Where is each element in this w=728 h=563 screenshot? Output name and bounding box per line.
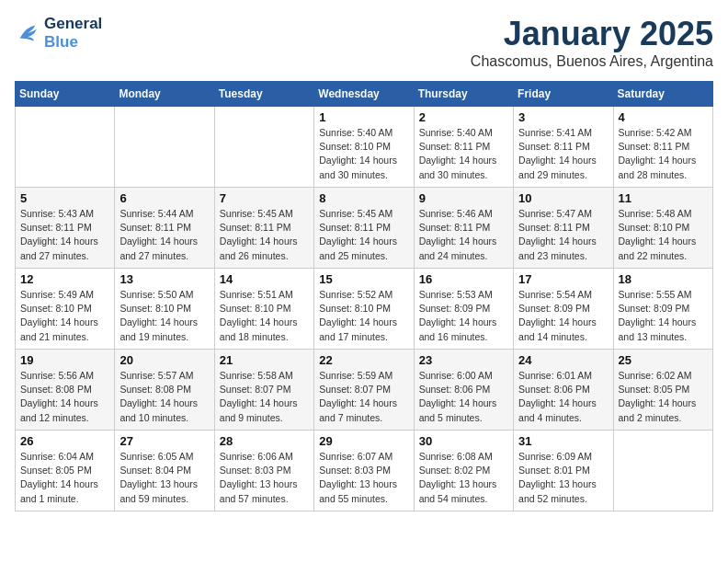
day-info: Sunrise: 5:48 AM Sunset: 8:10 PM Dayligh… [619,207,708,263]
day-info: Sunrise: 6:09 AM Sunset: 8:01 PM Dayligh… [518,450,608,506]
calendar-cell: 24Sunrise: 6:01 AM Sunset: 8:06 PM Dayli… [514,350,613,431]
day-number: 15 [319,272,408,286]
calendar-cell: 7Sunrise: 5:45 AM Sunset: 8:11 PM Daylig… [214,188,313,269]
calendar-cell: 5Sunrise: 5:43 AM Sunset: 8:11 PM Daylig… [16,188,115,269]
calendar-cell: 26Sunrise: 6:04 AM Sunset: 8:05 PM Dayli… [16,431,115,511]
day-number: 23 [419,353,508,367]
day-number: 28 [220,434,309,448]
day-info: Sunrise: 6:07 AM Sunset: 8:03 PM Dayligh… [319,450,408,506]
day-number: 24 [518,353,608,367]
calendar-cell: 6Sunrise: 5:44 AM Sunset: 8:11 PM Daylig… [115,188,214,269]
calendar-week-row: 1Sunrise: 5:40 AM Sunset: 8:10 PM Daylig… [16,107,713,188]
day-info: Sunrise: 6:01 AM Sunset: 8:06 PM Dayligh… [518,369,608,425]
day-number: 22 [319,353,408,367]
day-number: 12 [20,272,109,286]
day-info: Sunrise: 6:02 AM Sunset: 8:05 PM Dayligh… [619,369,708,425]
day-info: Sunrise: 5:40 AM Sunset: 8:10 PM Dayligh… [319,126,408,182]
day-info: Sunrise: 5:47 AM Sunset: 8:11 PM Dayligh… [518,207,608,263]
day-number: 13 [119,272,209,286]
day-info: Sunrise: 5:42 AM Sunset: 8:11 PM Dayligh… [619,126,708,182]
day-info: Sunrise: 5:44 AM Sunset: 8:11 PM Dayligh… [119,207,209,263]
day-number: 21 [220,353,309,367]
header-row: SundayMondayTuesdayWednesdayThursdayFrid… [16,82,713,107]
calendar-cell: 18Sunrise: 5:55 AM Sunset: 8:09 PM Dayli… [613,269,712,350]
day-number: 20 [119,353,209,367]
logo: General Blue [15,15,102,52]
day-info: Sunrise: 5:46 AM Sunset: 8:11 PM Dayligh… [419,207,508,263]
day-number: 17 [518,272,608,286]
day-number: 16 [419,272,508,286]
calendar-cell: 27Sunrise: 6:05 AM Sunset: 8:04 PM Dayli… [115,431,214,511]
day-info: Sunrise: 6:08 AM Sunset: 8:02 PM Dayligh… [419,450,508,506]
day-number: 3 [518,110,608,124]
day-info: Sunrise: 5:49 AM Sunset: 8:10 PM Dayligh… [20,288,109,344]
calendar-cell: 14Sunrise: 5:51 AM Sunset: 8:10 PM Dayli… [214,269,313,350]
day-number: 4 [619,110,708,124]
calendar-cell: 13Sunrise: 5:50 AM Sunset: 8:10 PM Dayli… [115,269,214,350]
column-header-monday: Monday [115,82,214,107]
day-info: Sunrise: 5:59 AM Sunset: 8:07 PM Dayligh… [319,369,408,425]
calendar-cell: 31Sunrise: 6:09 AM Sunset: 8:01 PM Dayli… [514,431,613,511]
calendar-cell [214,107,313,188]
day-info: Sunrise: 5:40 AM Sunset: 8:11 PM Dayligh… [419,126,508,182]
column-header-sunday: Sunday [16,82,115,107]
day-info: Sunrise: 5:43 AM Sunset: 8:11 PM Dayligh… [20,207,109,263]
logo-bird-icon [15,20,40,46]
day-number: 8 [319,191,408,205]
calendar-cell: 20Sunrise: 5:57 AM Sunset: 8:08 PM Dayli… [115,350,214,431]
calendar-cell [16,107,115,188]
day-info: Sunrise: 5:55 AM Sunset: 8:09 PM Dayligh… [619,288,708,344]
column-header-tuesday: Tuesday [214,82,313,107]
day-number: 30 [419,434,508,448]
calendar-cell: 19Sunrise: 5:56 AM Sunset: 8:08 PM Dayli… [16,350,115,431]
calendar-cell: 9Sunrise: 5:46 AM Sunset: 8:11 PM Daylig… [414,188,513,269]
calendar-cell [613,431,712,511]
day-info: Sunrise: 5:57 AM Sunset: 8:08 PM Dayligh… [119,369,209,425]
day-number: 25 [619,353,708,367]
day-info: Sunrise: 5:45 AM Sunset: 8:11 PM Dayligh… [319,207,408,263]
calendar-cell: 17Sunrise: 5:54 AM Sunset: 8:09 PM Dayli… [514,269,613,350]
calendar-cell [115,107,214,188]
calendar-cell: 2Sunrise: 5:40 AM Sunset: 8:11 PM Daylig… [414,107,513,188]
calendar-cell: 28Sunrise: 6:06 AM Sunset: 8:03 PM Dayli… [214,431,313,511]
day-number: 7 [220,191,309,205]
day-info: Sunrise: 5:50 AM Sunset: 8:10 PM Dayligh… [119,288,209,344]
calendar-cell: 23Sunrise: 6:00 AM Sunset: 8:06 PM Dayli… [414,350,513,431]
calendar-cell: 15Sunrise: 5:52 AM Sunset: 8:10 PM Dayli… [314,269,414,350]
day-number: 27 [119,434,209,448]
calendar-cell: 12Sunrise: 5:49 AM Sunset: 8:10 PM Dayli… [16,269,115,350]
day-number: 2 [419,110,508,124]
calendar-cell: 10Sunrise: 5:47 AM Sunset: 8:11 PM Dayli… [514,188,613,269]
month-title: January 2025 [471,15,713,53]
day-number: 31 [518,434,608,448]
day-info: Sunrise: 5:41 AM Sunset: 8:11 PM Dayligh… [518,126,608,182]
calendar-cell: 21Sunrise: 5:58 AM Sunset: 8:07 PM Dayli… [214,350,313,431]
calendar-cell: 11Sunrise: 5:48 AM Sunset: 8:10 PM Dayli… [613,188,712,269]
day-info: Sunrise: 6:06 AM Sunset: 8:03 PM Dayligh… [220,450,309,506]
day-info: Sunrise: 5:54 AM Sunset: 8:09 PM Dayligh… [518,288,608,344]
day-number: 11 [619,191,708,205]
column-header-friday: Friday [514,82,613,107]
day-number: 19 [20,353,109,367]
calendar-cell: 25Sunrise: 6:02 AM Sunset: 8:05 PM Dayli… [613,350,712,431]
day-number: 5 [20,191,109,205]
calendar-cell: 30Sunrise: 6:08 AM Sunset: 8:02 PM Dayli… [414,431,513,511]
day-info: Sunrise: 5:58 AM Sunset: 8:07 PM Dayligh… [220,369,309,425]
column-header-wednesday: Wednesday [314,82,414,107]
calendar-cell: 22Sunrise: 5:59 AM Sunset: 8:07 PM Dayli… [314,350,414,431]
day-info: Sunrise: 6:05 AM Sunset: 8:04 PM Dayligh… [119,450,209,506]
day-info: Sunrise: 5:51 AM Sunset: 8:10 PM Dayligh… [220,288,309,344]
day-info: Sunrise: 5:52 AM Sunset: 8:10 PM Dayligh… [319,288,408,344]
day-number: 10 [518,191,608,205]
day-info: Sunrise: 6:00 AM Sunset: 8:06 PM Dayligh… [419,369,508,425]
calendar-week-row: 12Sunrise: 5:49 AM Sunset: 8:10 PM Dayli… [16,269,713,350]
calendar-cell: 4Sunrise: 5:42 AM Sunset: 8:11 PM Daylig… [613,107,712,188]
day-number: 1 [319,110,408,124]
calendar-week-row: 26Sunrise: 6:04 AM Sunset: 8:05 PM Dayli… [16,431,713,511]
calendar-cell: 1Sunrise: 5:40 AM Sunset: 8:10 PM Daylig… [314,107,414,188]
day-number: 18 [619,272,708,286]
day-number: 26 [20,434,109,448]
calendar-cell: 8Sunrise: 5:45 AM Sunset: 8:11 PM Daylig… [314,188,414,269]
day-info: Sunrise: 5:45 AM Sunset: 8:11 PM Dayligh… [220,207,309,263]
day-info: Sunrise: 6:04 AM Sunset: 8:05 PM Dayligh… [20,450,109,506]
